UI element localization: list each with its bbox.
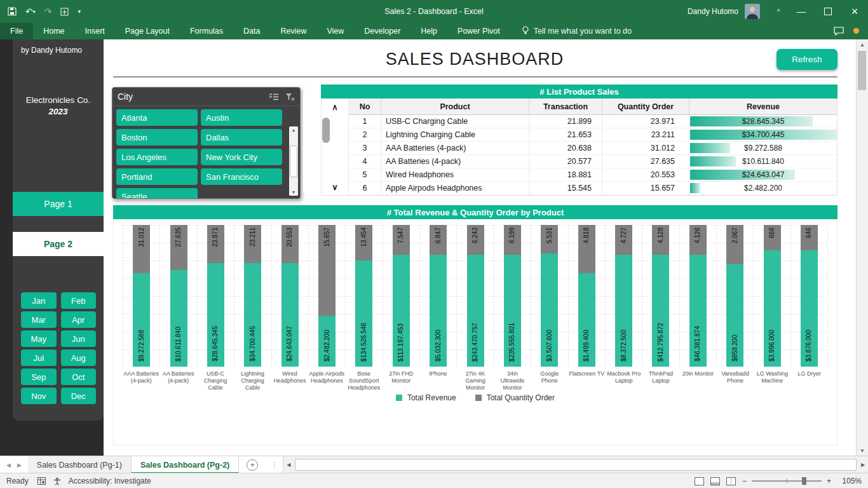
slicer-item[interactable]: New York City bbox=[201, 149, 282, 165]
scroll-up-arrow[interactable]: ▲ bbox=[860, 39, 865, 50]
scroll-left-arrow[interactable]: ◀ bbox=[283, 462, 294, 468]
user-name[interactable]: Dandy Hutomo bbox=[688, 7, 738, 16]
maximize-button[interactable] bbox=[815, 0, 841, 23]
scroll-down-arrow[interactable]: ▼ bbox=[860, 445, 865, 456]
next-sheet-icon[interactable]: ▶ bbox=[17, 462, 22, 468]
slicer-item[interactable]: Atlanta bbox=[116, 109, 198, 126]
slicer-item[interactable]: Seattle bbox=[116, 188, 198, 199]
prev-sheet-icon[interactable]: ◀ bbox=[6, 462, 11, 468]
refresh-button[interactable]: Refresh bbox=[776, 49, 837, 70]
slicer-item[interactable]: Austin bbox=[201, 109, 282, 126]
month-button[interactable]: Oct bbox=[61, 369, 97, 385]
month-button[interactable]: Jan bbox=[21, 292, 57, 309]
stacked-bar[interactable]: 23.211 $34.700.445 bbox=[244, 225, 261, 367]
new-sheet-button[interactable]: + bbox=[247, 459, 258, 471]
stacked-bar[interactable]: 666 $3.996.000 bbox=[764, 225, 781, 367]
sheet-tab[interactable]: Sales Dashboard (Pg-1) bbox=[28, 456, 132, 473]
stacked-bar[interactable]: 7.547 $113.197.453 bbox=[393, 225, 410, 367]
slicer-scrollbar[interactable]: ▲ ▼ bbox=[289, 126, 298, 196]
slicer-side-scrollbar[interactable] bbox=[303, 90, 311, 194]
slicer-item[interactable]: Portland bbox=[116, 168, 198, 185]
month-button[interactable]: Sep bbox=[21, 369, 57, 385]
normal-view-icon[interactable] bbox=[695, 477, 704, 485]
stacked-bar[interactable]: 6.199 $235.555.801 bbox=[504, 225, 521, 367]
scroll-right-arrow[interactable]: ▶ bbox=[858, 462, 868, 468]
slicer-scroll-thumb[interactable] bbox=[290, 146, 297, 177]
table-scroll-thumb[interactable] bbox=[322, 118, 330, 143]
clear-filter-icon[interactable] bbox=[285, 93, 295, 101]
month-button[interactable]: May bbox=[21, 330, 57, 347]
stacked-bar[interactable]: 6.243 $243.470.757 bbox=[467, 225, 484, 367]
tell-me-box[interactable]: Tell me what you want to do bbox=[522, 26, 632, 37]
page-2-button[interactable]: Page 2 bbox=[13, 232, 104, 256]
horizontal-scroll-thumb[interactable] bbox=[295, 459, 857, 471]
page-layout-view-icon[interactable] bbox=[710, 477, 720, 485]
stacked-bar[interactable]: 4.818 $1.499.400 bbox=[578, 225, 595, 367]
page-1-button[interactable]: Page 1 bbox=[13, 192, 104, 216]
stacked-bar[interactable]: 31.012 $9.272.588 bbox=[133, 225, 150, 367]
stacked-bar[interactable]: 4.727 $8.372.500 bbox=[615, 225, 632, 367]
ribbon-tab[interactable]: Help bbox=[410, 23, 447, 39]
vertical-scrollbar[interactable]: ▲ ▼ bbox=[856, 39, 868, 456]
month-button[interactable]: Feb bbox=[61, 292, 97, 309]
ribbon-tab[interactable]: Data bbox=[233, 23, 270, 39]
multi-select-icon[interactable] bbox=[269, 93, 279, 101]
zoom-out-button[interactable]: − bbox=[742, 477, 747, 485]
page-break-view-icon[interactable] bbox=[726, 477, 736, 485]
zoom-in-button[interactable]: + bbox=[827, 477, 831, 485]
ribbon-tab[interactable]: Power Pivot bbox=[447, 23, 510, 39]
zoom-percentage[interactable]: 105% bbox=[837, 477, 862, 485]
zoom-slider[interactable] bbox=[752, 480, 822, 482]
ribbon-tab[interactable]: Insert bbox=[75, 23, 115, 39]
sheet-tab[interactable]: Sales Dashboard (Pg-2) bbox=[132, 456, 239, 473]
slicer-item[interactable]: Los Angeles bbox=[116, 149, 198, 165]
stacked-bar[interactable]: 2.067 $859.200 bbox=[726, 225, 743, 367]
stacked-bar[interactable]: 5.531 $3.507.600 bbox=[541, 225, 558, 367]
stacked-bar[interactable]: 4.128 $412.795.872 bbox=[652, 225, 669, 367]
ribbon-display-options-icon[interactable]: ^ bbox=[769, 0, 788, 23]
touch-mode-icon[interactable] bbox=[60, 8, 69, 16]
undo-icon[interactable]: ↶▾ bbox=[25, 6, 36, 17]
ribbon-tab[interactable]: Review bbox=[270, 23, 316, 39]
stacked-bar[interactable]: 15.657 $2.482.200 bbox=[318, 225, 336, 367]
close-button[interactable]: × bbox=[841, 0, 868, 23]
ribbon-tab[interactable]: File bbox=[0, 23, 33, 39]
save-icon[interactable] bbox=[8, 7, 17, 16]
redo-icon[interactable]: ↷ bbox=[44, 6, 52, 17]
stacked-bar[interactable]: 13.454 $134.526.546 bbox=[355, 225, 372, 367]
comments-icon[interactable] bbox=[834, 27, 844, 36]
month-button[interactable]: Aug bbox=[61, 349, 97, 366]
month-button[interactable]: Dec bbox=[61, 388, 97, 404]
vertical-scroll-thumb[interactable] bbox=[858, 51, 866, 90]
accessibility-icon[interactable] bbox=[53, 477, 61, 485]
ribbon-tab[interactable]: Home bbox=[33, 23, 74, 39]
zoom-slider-thumb[interactable] bbox=[802, 477, 806, 485]
stacked-bar[interactable]: 23.971 $28.645.345 bbox=[207, 225, 224, 367]
horizontal-scrollbar[interactable]: ◀ ▶ bbox=[283, 456, 868, 473]
tab-splitter[interactable]: ⋮ bbox=[266, 456, 283, 473]
stacked-bar[interactable]: 27.635 $10.611.840 bbox=[170, 225, 187, 367]
slicer-item[interactable]: Dallas bbox=[201, 129, 282, 146]
ribbon-tab[interactable]: Formulas bbox=[180, 23, 233, 39]
ribbon-tab[interactable]: Page Layout bbox=[115, 23, 180, 39]
ribbon-tab[interactable]: View bbox=[316, 23, 354, 39]
ribbon-tab[interactable]: Developer bbox=[354, 23, 410, 39]
scroll-up-chevron[interactable]: ∧ bbox=[322, 102, 348, 112]
month-button[interactable]: Jun bbox=[61, 330, 97, 347]
month-button[interactable]: Apr bbox=[61, 311, 97, 328]
macro-record-icon[interactable] bbox=[37, 477, 46, 485]
month-button[interactable]: Nov bbox=[21, 388, 57, 404]
customize-qat-icon[interactable]: ▾ bbox=[78, 8, 81, 15]
stacked-bar[interactable]: 4.126 $46.381.874 bbox=[689, 225, 707, 367]
slicer-item[interactable]: Boston bbox=[116, 129, 198, 146]
scroll-up-icon[interactable]: ▲ bbox=[292, 128, 296, 132]
stacked-bar[interactable]: 6.847 $5.032.300 bbox=[430, 225, 447, 367]
scroll-down-icon[interactable]: ▼ bbox=[292, 190, 296, 194]
user-avatar[interactable] bbox=[745, 4, 760, 19]
accessibility-status[interactable]: Accessibility: Investigate bbox=[69, 477, 151, 485]
month-button[interactable]: Mar bbox=[21, 311, 57, 328]
scroll-down-chevron[interactable]: ∨ bbox=[322, 182, 348, 192]
stacked-bar[interactable]: 646 $3.876.000 bbox=[801, 225, 818, 367]
slicer-item[interactable]: San Francisco bbox=[201, 168, 282, 185]
stacked-bar[interactable]: 20.553 $24.643.047 bbox=[281, 225, 299, 367]
